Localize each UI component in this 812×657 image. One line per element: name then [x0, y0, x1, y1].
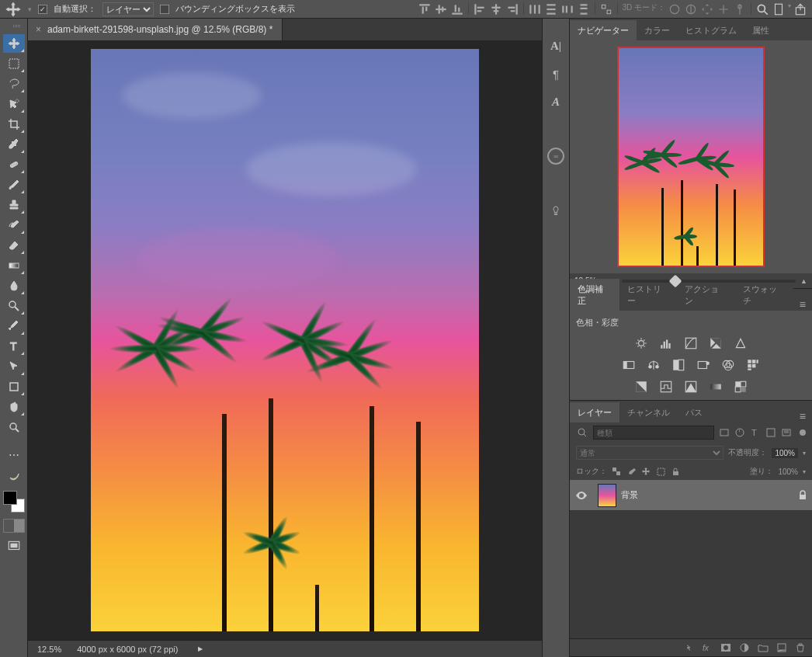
- lock-image-icon[interactable]: [626, 467, 637, 477]
- zoom-tool[interactable]: [3, 418, 25, 436]
- bounding-box-checkbox[interactable]: [160, 5, 169, 14]
- crop-tool[interactable]: [3, 115, 25, 134]
- paragraph-panel-icon[interactable]: ¶: [547, 65, 564, 82]
- lock-all-icon[interactable]: [671, 467, 681, 477]
- navigator-tab[interactable]: ナビゲーター: [570, 20, 637, 40]
- lock-artboard-icon[interactable]: [656, 467, 666, 477]
- color-lookup-icon[interactable]: [746, 358, 760, 372]
- color-balance-icon[interactable]: [647, 358, 661, 372]
- search-icon[interactable]: [755, 2, 769, 16]
- status-caret-icon[interactable]: ▶: [198, 645, 203, 652]
- brush-tool[interactable]: [3, 176, 25, 194]
- 3d-orbit-icon[interactable]: [668, 2, 682, 16]
- align-right-icon[interactable]: [505, 2, 519, 16]
- panel-menu-icon[interactable]: ≡: [793, 298, 812, 311]
- screen-mode-icon[interactable]: [5, 539, 23, 553]
- delete-layer-icon[interactable]: [795, 642, 806, 653]
- gradient-map-icon[interactable]: [709, 380, 723, 394]
- paths-tab[interactable]: パス: [678, 402, 710, 422]
- gradient-tool[interactable]: [3, 256, 25, 275]
- navigator-preview[interactable]: [617, 47, 765, 267]
- filter-pixel-icon[interactable]: [719, 427, 730, 438]
- share-icon[interactable]: [793, 2, 807, 16]
- curves-icon[interactable]: [684, 336, 698, 350]
- 3d-zoom-icon[interactable]: [733, 2, 747, 16]
- marquee-tool[interactable]: [3, 54, 25, 73]
- layer-style-icon[interactable]: fx: [702, 642, 713, 653]
- character-panel-icon[interactable]: A|: [547, 37, 564, 54]
- adjustments-tab[interactable]: 色調補正: [570, 279, 619, 311]
- quick-mask-toggle[interactable]: [3, 519, 25, 533]
- distribute-v2-icon[interactable]: [577, 2, 591, 16]
- distribute-v-icon[interactable]: [544, 2, 558, 16]
- quick-select-tool[interactable]: [3, 95, 25, 113]
- filter-toggle[interactable]: [800, 429, 806, 436]
- edit-toolbar[interactable]: ⋯: [3, 446, 25, 464]
- brightness-icon[interactable]: [634, 336, 648, 350]
- align-hcenter-icon[interactable]: [489, 2, 503, 16]
- document-tab[interactable]: × adam-birkett-291598-unsplash.jpg @ 12.…: [28, 19, 283, 40]
- color-swatch[interactable]: [3, 491, 25, 513]
- stamp-tool[interactable]: [3, 196, 25, 214]
- filter-adjustment-icon[interactable]: [734, 427, 745, 438]
- auto-select-dropdown[interactable]: レイヤー: [102, 2, 154, 16]
- layer-search-input[interactable]: [593, 426, 714, 440]
- layers-tab[interactable]: レイヤー: [570, 402, 619, 422]
- channels-tab[interactable]: チャンネル: [619, 402, 678, 422]
- 3d-roll-icon[interactable]: [684, 2, 698, 16]
- opacity-value[interactable]: 100%: [772, 448, 798, 458]
- eyedropper-tool[interactable]: [3, 135, 25, 154]
- layer-mask-icon[interactable]: [720, 642, 731, 653]
- 3d-slide-icon[interactable]: [717, 2, 730, 16]
- new-layer-icon[interactable]: [776, 642, 787, 653]
- zoom-in-icon[interactable]: ▲: [800, 277, 807, 285]
- channel-mixer-icon[interactable]: [721, 358, 735, 372]
- lock-transparency-icon[interactable]: [612, 467, 622, 477]
- posterize-icon[interactable]: [659, 380, 673, 394]
- lasso-tool[interactable]: [3, 75, 25, 93]
- threshold-icon[interactable]: [684, 380, 698, 394]
- exposure-icon[interactable]: [709, 336, 723, 350]
- properties-tab[interactable]: 属性: [744, 20, 777, 40]
- navigator-zoom-slider[interactable]: [622, 280, 796, 283]
- toolbox-grip[interactable]: [3, 25, 25, 30]
- color-tab[interactable]: カラー: [637, 20, 678, 40]
- distribute-h2-icon[interactable]: [560, 2, 574, 16]
- move-tool[interactable]: [3, 34, 25, 53]
- fill-value[interactable]: 100%: [778, 468, 798, 476]
- align-bottom-icon[interactable]: [450, 2, 464, 16]
- layers-menu-icon[interactable]: ≡: [793, 410, 812, 422]
- invert-icon[interactable]: [634, 380, 648, 394]
- selective-color-icon[interactable]: [734, 380, 748, 394]
- history-brush-tool[interactable]: [3, 216, 25, 235]
- actions-tab[interactable]: アクション: [677, 279, 735, 311]
- swatches-tab[interactable]: スウォッチ: [735, 279, 793, 311]
- hue-sat-icon[interactable]: [622, 358, 636, 372]
- type-tool[interactable]: T: [3, 337, 25, 356]
- bw-icon[interactable]: [671, 358, 685, 372]
- histogram-tab[interactable]: ヒストグラム: [678, 20, 744, 40]
- auto-select-checkbox[interactable]: ✓: [38, 5, 47, 14]
- photo-filter-icon[interactable]: [696, 358, 710, 372]
- healing-tool[interactable]: [3, 155, 25, 174]
- align-vcenter-icon[interactable]: [434, 2, 448, 16]
- shape-tool[interactable]: [3, 377, 25, 396]
- blur-tool[interactable]: [3, 276, 25, 295]
- 3d-pan-icon[interactable]: [700, 2, 714, 16]
- doc-icon[interactable]: [772, 2, 786, 16]
- hand-tool[interactable]: [3, 398, 25, 416]
- levels-icon[interactable]: [659, 336, 673, 350]
- auto-align-icon[interactable]: [599, 2, 613, 16]
- filter-type-icon[interactable]: T: [750, 427, 761, 438]
- filter-smart-icon[interactable]: [781, 427, 792, 438]
- path-select-tool[interactable]: [3, 357, 25, 376]
- lightbulb-icon[interactable]: [547, 202, 564, 219]
- align-top-icon[interactable]: [418, 2, 432, 16]
- glyphs-panel-icon[interactable]: A: [547, 93, 564, 110]
- pen-tool[interactable]: [3, 317, 25, 335]
- vibrance-icon[interactable]: [734, 336, 748, 350]
- creative-cloud-icon[interactable]: ∞: [547, 148, 564, 165]
- banana-icon[interactable]: [3, 466, 25, 485]
- folder-icon[interactable]: [758, 642, 769, 653]
- layer-lock-icon[interactable]: [793, 490, 812, 501]
